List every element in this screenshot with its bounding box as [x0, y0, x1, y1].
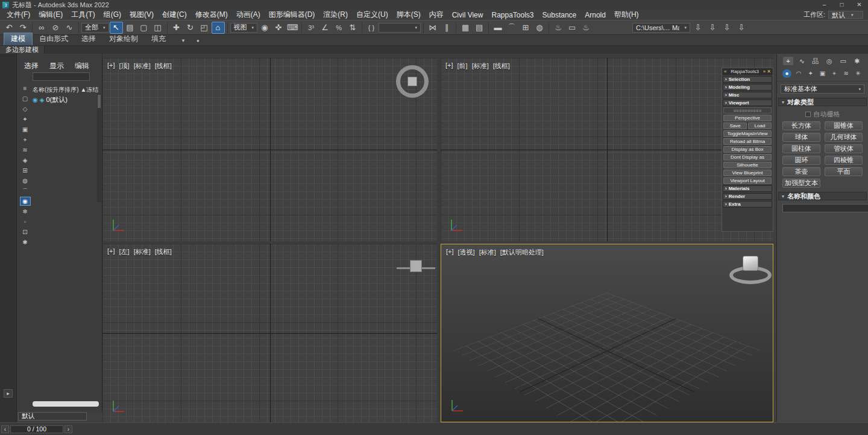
undo-icon[interactable]: ↶ — [2, 22, 16, 34]
explorer-menu-display[interactable]: 显示 — [49, 61, 64, 71]
section-modeling[interactable]: › Modeling — [723, 84, 772, 90]
ribbon-tab-selection[interactable]: 选择 — [75, 33, 102, 45]
menu-customize[interactable]: 自定义(U) — [352, 10, 392, 20]
next-frame-button[interactable]: › — [64, 425, 72, 433]
select-and-place-icon[interactable]: ⌂ — [212, 22, 225, 34]
toggle-ribbon-icon[interactable]: ▬ — [491, 22, 505, 34]
viewport-standard-menu[interactable]: [标准] — [134, 62, 151, 71]
subcat-spacewarps-icon[interactable]: ≋ — [841, 69, 851, 78]
hidden-toggle-icon[interactable]: ▫ — [20, 217, 31, 226]
align-icon[interactable]: ∥ — [440, 22, 453, 34]
previous-frame-button[interactable]: ‹ — [1, 425, 9, 433]
viewport-shading-menu[interactable]: [线框] — [155, 62, 172, 71]
menu-scripting[interactable]: 脚本(S) — [392, 10, 425, 20]
menu-rappatools3[interactable]: RappaTools3 — [487, 11, 538, 19]
viewport-left[interactable]: [+] [左] [标准] [线框] — [102, 244, 437, 422]
expand-panel-arrow-icon[interactable]: ▸ — [4, 389, 13, 398]
ribbon-minimize-icon[interactable]: ▼ — [178, 38, 188, 43]
torus-button[interactable]: 圆环 — [782, 156, 820, 165]
teapot-button[interactable]: 茶壶 — [782, 167, 820, 176]
collapse-left-icon[interactable]: « — [724, 69, 726, 74]
import-button-1-icon[interactable]: ⇩ — [691, 22, 705, 34]
edit-named-selection-sets-icon[interactable]: { } — [365, 22, 378, 34]
angle-snap-icon[interactable]: ∠ — [318, 22, 332, 34]
reload-bitmaps-button[interactable]: Reload all Bitma — [723, 138, 772, 145]
sort-filter-icon[interactable]: ≡ — [20, 84, 31, 93]
close-button[interactable]: ✕ — [851, 0, 868, 10]
layer-row-default[interactable]: ◉ ◈ 0(默认) — [33, 95, 68, 104]
time-slider-handle[interactable]: 0 / 100 — [10, 425, 63, 433]
lights-filter-icon[interactable]: ✦ — [20, 115, 31, 124]
menu-arnold[interactable]: Arnold — [580, 11, 610, 19]
viewport-shading-menu[interactable]: [默认明暗处理] — [500, 248, 544, 257]
ribbon-tab-populate[interactable]: 填充 — [145, 33, 172, 45]
window-crossing-icon[interactable]: ◫ — [151, 22, 165, 34]
view-blueprint-button[interactable]: View Blueprint — [723, 170, 772, 176]
box-button[interactable]: 长方体 — [782, 121, 820, 130]
explorer-search-input[interactable] — [33, 72, 90, 81]
perspective-button[interactable]: Perspective — [723, 115, 772, 121]
display-as-box-button[interactable]: Display as Box — [723, 146, 772, 153]
mirror-icon[interactable]: ⋈ — [426, 22, 439, 34]
subcat-geometry-icon[interactable]: ● — [782, 69, 791, 78]
section-extra[interactable]: › Extra — [723, 201, 772, 208]
scrollbar-thumb[interactable] — [98, 95, 101, 108]
load-button[interactable]: Load — [748, 122, 772, 129]
rectangular-selection-region-icon[interactable]: ▢ — [137, 22, 151, 34]
ribbon-config-icon[interactable]: ● — [194, 38, 202, 43]
menu-create[interactable]: 创建(C) — [158, 10, 191, 20]
spinner-snap-icon[interactable]: ⇅ — [346, 22, 359, 34]
maximize-button[interactable]: □ — [833, 0, 851, 10]
import-button-4-icon[interactable]: ⇩ — [735, 22, 748, 34]
select-and-rotate-icon[interactable]: ↻ — [184, 22, 197, 34]
viewport-general-menu[interactable]: [+] — [107, 62, 115, 71]
selection-filter-dropdown[interactable]: 全部 ▾ — [81, 23, 109, 33]
explorer-settings-icon[interactable]: ✱ — [20, 238, 31, 247]
curve-editor-icon[interactable]: ⌒ — [505, 22, 518, 34]
viewport-layout-button[interactable]: Viewport Layout — [723, 177, 772, 184]
menu-graph-editors[interactable]: 图形编辑器(D) — [265, 10, 319, 20]
snaps-toggle-icon[interactable]: 3³ — [304, 22, 318, 34]
select-and-scale-icon[interactable]: ◰ — [198, 22, 211, 34]
rendered-frame-window-icon[interactable]: ▭ — [565, 22, 579, 34]
name-color-rollout[interactable]: ▾ 名称和颜色 — [778, 192, 867, 200]
viewport-standard-menu[interactable]: [标准] — [472, 62, 489, 71]
import-button-3-icon[interactable]: ⇩ — [720, 22, 734, 34]
tab-display-icon[interactable]: ▭ — [838, 57, 848, 65]
silhouette-button[interactable]: Silhouette — [723, 162, 772, 168]
plane-button[interactable]: 平面 — [825, 167, 863, 176]
ribbon-tab-freeform[interactable]: 自由形式 — [33, 33, 75, 45]
menu-rendering[interactable]: 渲染(R) — [319, 10, 352, 20]
section-viewport[interactable]: › Viewport — [723, 100, 772, 106]
use-pivot-center-icon[interactable]: ◉ — [258, 22, 271, 34]
bind-to-spacewarp-icon[interactable]: ∿ — [63, 22, 76, 34]
select-and-manipulate-icon[interactable]: ✜ — [272, 22, 285, 34]
explorer-menu-select[interactable]: 选择 — [24, 61, 39, 71]
toggle-scene-explorer-icon[interactable]: ▦ — [459, 22, 472, 34]
close-icon[interactable]: ✕ — [767, 69, 771, 74]
unlink-selection-icon[interactable]: ⊘ — [49, 22, 62, 34]
visibility-toggle-icon[interactable]: ◉ — [20, 197, 31, 206]
schematic-view-icon[interactable]: ⊞ — [519, 22, 532, 34]
geosphere-button[interactable]: 几何球体 — [825, 133, 863, 142]
keyboard-shortcut-override-icon[interactable]: ⌨ — [286, 22, 299, 34]
materials-filter-icon[interactable]: ◍ — [20, 176, 31, 185]
viewport-pov-menu[interactable]: [顶] — [119, 62, 130, 71]
select-object-icon[interactable]: ↖ — [110, 22, 123, 34]
tube-button[interactable]: 管状体 — [825, 144, 863, 153]
subcat-lights-icon[interactable]: ✦ — [806, 69, 815, 78]
render-production-icon[interactable]: ♨ — [579, 22, 593, 34]
menu-animation[interactable]: 动画(A) — [232, 10, 265, 20]
frozen-toggle-icon[interactable]: ❄ — [20, 207, 31, 216]
section-materials[interactable]: › Materials — [723, 185, 772, 192]
project-folder-dropdown[interactable]: C:\Users\… Max 2022 ▾ — [632, 23, 690, 33]
minimize-button[interactable]: – — [816, 0, 833, 10]
object-type-rollout[interactable]: ▾ 对象类型 — [778, 98, 867, 106]
select-and-move-icon[interactable]: ✚ — [170, 22, 183, 34]
scene-object-torus-top[interactable] — [396, 65, 429, 98]
groups-filter-icon[interactable]: ◈ — [20, 156, 31, 165]
import-button-2-icon[interactable]: ⇩ — [706, 22, 719, 34]
select-and-link-icon[interactable]: ∞ — [35, 22, 48, 34]
geometry-filter-icon[interactable]: ▢ — [20, 94, 31, 103]
ribbon-tab-object-paint[interactable]: 对象绘制 — [102, 33, 145, 45]
